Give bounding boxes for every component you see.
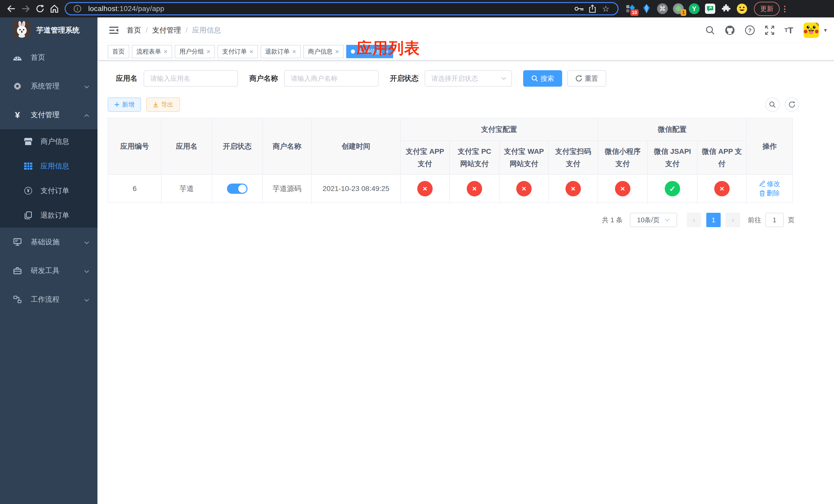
sidebar-item-label: 首页 bbox=[31, 52, 45, 62]
cell-merchant: 芋道源码 bbox=[262, 175, 312, 203]
status-cross-icon: × bbox=[516, 181, 532, 197]
goto-page-input[interactable] bbox=[765, 213, 784, 227]
sidebar-item-label: 系统管理 bbox=[31, 81, 60, 91]
navbar-actions: ? TT ▾ bbox=[705, 23, 834, 38]
goto-label: 前往 bbox=[748, 215, 761, 225]
delete-button[interactable]: 删除 bbox=[760, 189, 780, 198]
chevron-down-icon bbox=[501, 77, 506, 80]
github-icon[interactable] bbox=[725, 25, 735, 35]
sidebar-item-home[interactable]: 首页 bbox=[0, 43, 97, 72]
avatar[interactable] bbox=[804, 23, 819, 38]
add-button[interactable]: 新增 bbox=[108, 97, 141, 112]
sidebar-item-label: 商户信息 bbox=[41, 137, 69, 146]
sidebar: 芋道管理系统 首页 系统管理 ¥ 支付管理 商户信息 bbox=[0, 18, 97, 504]
status-cross-icon: × bbox=[615, 181, 630, 197]
edit-button[interactable]: 修改 bbox=[759, 180, 780, 188]
forward-icon[interactable] bbox=[19, 2, 33, 16]
export-button[interactable]: 导出 bbox=[146, 97, 180, 112]
extension-badge: 10 bbox=[630, 9, 639, 16]
blocks-extension-icon[interactable]: 10 bbox=[624, 2, 638, 16]
chevron-up-icon bbox=[84, 111, 89, 119]
next-page-button[interactable]: › bbox=[726, 213, 740, 227]
tab-refund-order[interactable]: 退款订单× bbox=[261, 45, 301, 58]
search-icon bbox=[531, 75, 538, 82]
cell-app-name: 芋道 bbox=[161, 175, 212, 203]
share-icon[interactable] bbox=[586, 3, 599, 15]
app-table: 应用编号 应用名 开启状态 商户名称 创建时间 支付宝配置 微信配置 操作 支付… bbox=[108, 118, 793, 203]
close-icon[interactable]: × bbox=[163, 48, 168, 55]
recorder-extension-icon[interactable]: 1 bbox=[672, 2, 685, 16]
sidebar-item-pay-order[interactable]: ¥ 支付订单 bbox=[0, 178, 97, 203]
chat-extension-icon[interactable] bbox=[703, 2, 717, 16]
password-key-icon[interactable] bbox=[572, 3, 586, 15]
site-info-icon[interactable] bbox=[71, 3, 84, 15]
close-icon[interactable]: × bbox=[206, 48, 210, 55]
command-extension-icon[interactable]: ⌘ bbox=[656, 2, 670, 16]
sidebar-item-infra[interactable]: 基础设施 bbox=[0, 228, 97, 256]
fullscreen-icon[interactable] bbox=[765, 26, 774, 35]
search-button[interactable]: 搜索 bbox=[523, 70, 562, 87]
close-icon[interactable]: × bbox=[335, 48, 339, 55]
home-icon[interactable] bbox=[47, 2, 62, 16]
sidebar-item-system[interactable]: 系统管理 bbox=[0, 72, 97, 100]
breadcrumb-payment[interactable]: 支付管理 bbox=[152, 25, 181, 35]
browser-menu-icon[interactable]: ⋮ bbox=[780, 4, 790, 13]
sidebar-logo[interactable]: 芋道管理系统 bbox=[0, 18, 97, 43]
sidebar-item-workflow[interactable]: 工作流程 bbox=[0, 285, 97, 314]
col-actions: 操作 bbox=[747, 118, 793, 175]
y-extension-icon[interactable]: Y bbox=[687, 2, 701, 16]
sidebar-item-refund-order[interactable]: 退款订单 bbox=[0, 203, 97, 228]
status-toggle[interactable] bbox=[227, 184, 247, 194]
search-icon[interactable] bbox=[705, 26, 715, 35]
caret-down-icon[interactable]: ▾ bbox=[824, 27, 827, 33]
workflow-box-icon bbox=[12, 296, 23, 303]
reload-icon[interactable] bbox=[33, 2, 47, 16]
font-size-icon[interactable]: TT bbox=[785, 25, 793, 36]
tab-user-group[interactable]: 用户分组× bbox=[175, 45, 215, 58]
emoji-avatar-icon[interactable] bbox=[735, 2, 749, 16]
app-name-input[interactable] bbox=[144, 70, 238, 87]
col-app-id: 应用编号 bbox=[108, 118, 161, 175]
table-row: 6 芋道 芋道源码 2021-10-23 08:49:25 × × × × × … bbox=[108, 175, 793, 203]
sidebar-item-payment[interactable]: ¥ 支付管理 bbox=[0, 100, 97, 129]
gem-extension-icon[interactable] bbox=[640, 2, 654, 16]
cell-actions: 修改 删除 bbox=[747, 175, 793, 203]
sidebar-item-label: 基础设施 bbox=[31, 237, 60, 247]
address-bar[interactable]: localhost:1024/pay/app ☆ bbox=[65, 2, 619, 15]
cell-wechat-mini: × bbox=[598, 175, 648, 203]
chevron-down-icon bbox=[84, 295, 89, 303]
tab-pay-order[interactable]: 支付订单× bbox=[218, 45, 258, 58]
page-size-select[interactable]: 10条/页 bbox=[630, 213, 677, 227]
back-icon[interactable] bbox=[4, 2, 19, 16]
tab-home[interactable]: 首页 bbox=[108, 45, 129, 58]
sidebar-item-app-info[interactable]: 应用信息 bbox=[0, 154, 97, 178]
close-icon[interactable]: × bbox=[249, 48, 253, 55]
cell-wechat-jsapi: ✓ bbox=[648, 175, 697, 203]
reset-button[interactable]: 重置 bbox=[567, 70, 606, 87]
total-count: 共 1 条 bbox=[602, 215, 623, 225]
filter-form: 应用名 商户名称 开启状态 请选择开启状态 搜索 重置 bbox=[116, 70, 834, 87]
tab-process-form[interactable]: 流程表单× bbox=[132, 45, 172, 58]
breadcrumb-home[interactable]: 首页 bbox=[127, 25, 141, 35]
sidebar-item-merchant-info[interactable]: 商户信息 bbox=[0, 129, 97, 154]
extensions-puzzle-icon[interactable] bbox=[719, 2, 733, 16]
bookmark-star-icon[interactable]: ☆ bbox=[599, 3, 612, 15]
status-select[interactable]: 请选择开启状态 bbox=[425, 70, 512, 87]
close-icon[interactable]: × bbox=[292, 48, 296, 55]
sidebar-item-label: 支付管理 bbox=[31, 110, 60, 120]
prev-page-button[interactable]: ‹ bbox=[687, 213, 701, 227]
col-wechat-jsapi: 微信 JSAPI 支付 bbox=[648, 141, 697, 175]
sidebar-item-label: 工作流程 bbox=[31, 295, 60, 304]
chevron-down-icon bbox=[84, 267, 89, 275]
chrome-update-button[interactable]: 更新 bbox=[754, 2, 780, 16]
merchant-name-input[interactable] bbox=[284, 70, 378, 87]
help-icon[interactable]: ? bbox=[745, 25, 755, 35]
tab-merchant-info[interactable]: 商户信息× bbox=[303, 45, 344, 58]
extension-badge: 1 bbox=[681, 9, 686, 16]
page-number-active[interactable]: 1 bbox=[706, 213, 721, 227]
sidebar-collapse-icon[interactable] bbox=[105, 22, 123, 39]
refresh-table-button[interactable] bbox=[785, 97, 799, 112]
toggle-search-button[interactable] bbox=[765, 97, 780, 112]
sidebar-item-devtools[interactable]: 研发工具 bbox=[0, 256, 97, 285]
trash-icon bbox=[760, 190, 765, 197]
